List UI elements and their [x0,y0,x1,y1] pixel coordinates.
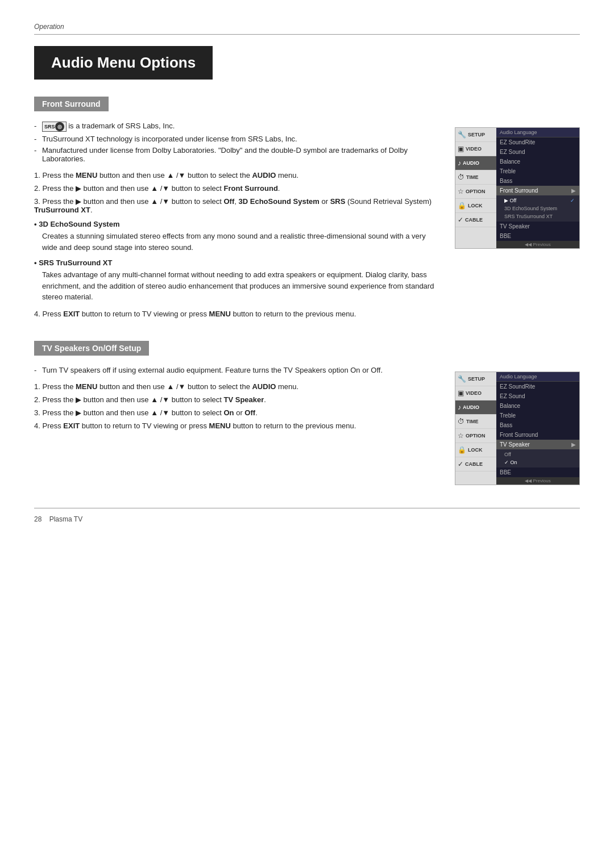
subsection-srs-desc: Takes advantage of any multi-channel for… [42,269,438,303]
sidebar-option: ☆ OPTION [455,185,496,199]
tvspeaker-label: TV Speaker [500,441,530,448]
option-label: OPTION [466,189,486,194]
step1-1: 1. Press the MENU button and then use ▲ … [34,171,438,180]
section2-content: Turn TV speakers off if using external a… [34,366,580,485]
video2-label: VIDEO [466,390,482,396]
sidebar-video: ▣ VIDEO [455,142,496,156]
sidebar2-setup: 🔧 SETUP [455,372,496,386]
time-icon: ⏱ [458,173,464,181]
sidebar-time: ⏱ TIME [455,170,496,185]
tv-footer-1: ◀◀ Previous [496,241,579,248]
page-title: Audio Menu Options [34,46,213,80]
lock2-icon: 🔒 [458,446,466,454]
sidebar2-lock: 🔒 LOCK [455,443,496,457]
step2-3: 3. Press the ▶ button and then use ▲ /▼ … [34,408,438,417]
srs-circle: ◎ [55,122,64,131]
subitem-srs-tru: SRS TruSurround XT [496,212,579,220]
sidebar2-video: ▣ VIDEO [455,386,496,400]
subsection-3d-echo: 3D EchoSound System Creates a stunning s… [34,220,438,253]
subsection-srs-title: SRS TruSurround XT [34,258,438,267]
sidebar-setup: 🔧 SETUP [455,128,496,142]
sidebar2-cable: ✓ CABLE [455,457,496,471]
lock2-label: LOCK [468,447,483,453]
audio2-label: AUDIO [463,404,479,410]
subitem-3d-echo: 3D EchoSound System [496,205,579,212]
setup2-icon: 🔧 [458,375,466,383]
sidebar-audio-active: ♪ AUDIO [455,156,496,170]
subsection-srs-tru: SRS TruSurround XT Takes advantage of an… [34,258,438,303]
tv-sidebar-2: 🔧 SETUP ▣ VIDEO ♪ AUDIO ⏱ TIME [455,372,496,485]
section2-steps: 1. Press the MENU button and then use ▲ … [34,382,438,430]
tv-menu-2: 🔧 SETUP ▣ VIDEO ♪ AUDIO ⏱ TIME [455,372,580,485]
menu2-bbe: BBE [496,468,579,477]
cable-label: CABLE [465,217,483,223]
sidebar-lock: 🔒 LOCK [455,199,496,213]
time2-label: TIME [466,419,479,424]
sidebar2-audio: ♪ AUDIO [455,400,496,415]
section1-header: Front Surround [34,97,109,111]
option2-icon: ☆ [458,432,464,440]
bullet-srs-text: is a trademark of SRS Labs, Inc. [68,122,175,130]
section1-steps: 1. Press the MENU button and then use ▲ … [34,171,438,214]
frontsurround-label: Front Surround [500,187,538,194]
menu-item-ezsoundrite: EZ SoundRite [496,137,579,147]
video-label: VIDEO [466,146,482,152]
section-front-surround: Front Surround SRS◎ is a trademark of SR… [34,97,580,318]
menu-item-bass: Bass [496,176,579,186]
tv-menu-2-inner: 🔧 SETUP ▣ VIDEO ♪ AUDIO ⏱ TIME [455,372,579,485]
menu2-frontsurround: Front Surround [496,430,579,440]
bullet-trusurround: TruSurround XT technology is incorporate… [34,135,438,143]
srs-logo: SRS◎ [42,122,67,132]
step2-2: 2. Press the ▶ button and then use ▲ /▼ … [34,395,438,404]
menu2-bass: Bass [496,420,579,430]
page-num-text: 28 [34,515,42,523]
tv-menu-1: 🔧 SETUP ▣ VIDEO ♪ AUDIO ⏱ TIME [455,127,580,249]
step2-1: 1. Press the MENU button and then use ▲ … [34,382,438,391]
sidebar2-option: ☆ OPTION [455,429,496,443]
sidebar-cable: ✓ CABLE [455,213,496,227]
speaker-off-label: Off [504,452,511,457]
tv-panel-title-1: Audio Language [496,128,579,137]
bullet-dolby: Manufactured under license from Dolby La… [34,146,438,163]
subsection-3d-desc: Creates a stunning simulated stereo effe… [42,231,438,253]
top-divider [34,34,580,35]
page-number: 28 Plasma TV [34,515,580,523]
step2-4: 4. Press EXIT button to return to TV vie… [34,422,438,430]
section1-bullets: SRS◎ is a trademark of SRS Labs, Inc. Tr… [34,122,438,163]
tv-menu-1-inner: 🔧 SETUP ▣ VIDEO ♪ AUDIO ⏱ TIME [455,128,579,248]
srs-badge-text: SRS◎ [42,122,67,132]
cable2-icon: ✓ [458,460,463,468]
menu-item-balance: Balance [496,157,579,166]
sidebar2-time: ⏱ TIME [455,415,496,429]
frontsurround-submenu: ▶ Off ✓ 3D EchoSound System SRS TruSurro… [496,195,579,222]
menu-item-frontsurround-selected: Front Surround ▶ [496,186,579,195]
menu2-tvspeaker-selected: TV Speaker ▶ [496,440,579,449]
setup2-label: SETUP [468,376,485,382]
menu2-ezsoundrite: EZ SoundRite [496,382,579,391]
page-label-text: Plasma TV [49,515,82,523]
frontsurround-arrow: ▶ [571,187,576,194]
off-label: ▶ Off [504,198,516,203]
tvspeaker-submenu: Off ✓ On [496,449,579,468]
section-tv-speakers: TV Speakers On/Off Setup Turn TV speaker… [34,341,580,485]
setup-icon: 🔧 [458,131,466,139]
video2-icon: ▣ [458,389,464,397]
section2-intro: Turn TV speakers off if using external a… [34,366,438,374]
section1-text: SRS◎ is a trademark of SRS Labs, Inc. Tr… [34,122,438,318]
menu-item-tvspeaker: TV Speaker [496,222,579,231]
bullet-srs: SRS◎ is a trademark of SRS Labs, Inc. [34,122,438,132]
section2-intro-list: Turn TV speakers off if using external a… [34,366,438,374]
tv-panel-title-2: Audio Language [496,372,579,382]
subsection-3d-title: 3D EchoSound System [34,220,438,228]
step1-2: 2. Press the ▶ button and then use ▲ /▼ … [34,184,438,193]
off-check: ✓ [570,198,575,203]
tvspeaker-arrow: ▶ [571,441,576,448]
bottom-divider [34,508,580,508]
step1-3: 3. Press the ▶ button and then use ▲ /▼ … [34,197,438,214]
subitem-speaker-on: ✓ On [496,458,579,466]
subitem-speaker-off: Off [496,450,579,458]
tv-sidebar-1: 🔧 SETUP ▣ VIDEO ♪ AUDIO ⏱ TIME [455,128,496,248]
section2-text: Turn TV speakers off if using external a… [34,366,438,436]
cable-icon: ✓ [458,216,463,224]
option-icon: ☆ [458,187,464,195]
